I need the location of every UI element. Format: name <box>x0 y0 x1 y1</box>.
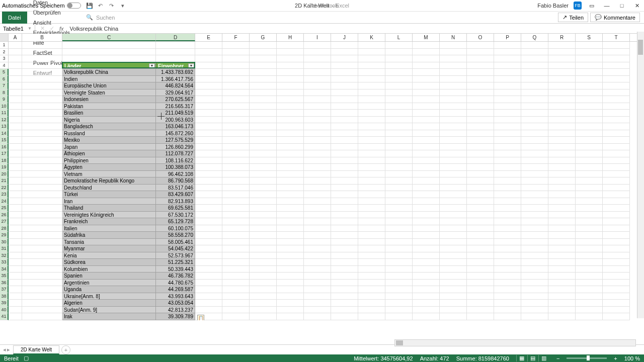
cell[interactable] <box>385 96 413 103</box>
cell[interactable] <box>222 239 250 246</box>
cell[interactable] <box>304 150 331 157</box>
cell[interactable] <box>304 218 331 225</box>
cell[interactable] <box>22 185 62 192</box>
cell[interactable] <box>548 245 576 252</box>
cell[interactable] <box>22 198 62 205</box>
cell[interactable] <box>576 252 603 259</box>
cell[interactable] <box>304 103 331 110</box>
cell[interactable] <box>304 286 331 293</box>
cell[interactable] <box>358 42 385 49</box>
row-header[interactable]: 30 <box>0 239 9 246</box>
cancel-formula-icon[interactable]: ✕ <box>40 25 45 32</box>
cell[interactable] <box>358 123 385 130</box>
row-header[interactable]: 33 <box>0 259 9 266</box>
table-cell-population[interactable]: 126.860.299 <box>156 144 195 151</box>
cell[interactable] <box>195 150 222 157</box>
cell[interactable] <box>521 266 548 273</box>
cell[interactable] <box>304 137 331 144</box>
table-cell-country[interactable]: Uganda <box>62 286 156 293</box>
row-header[interactable]: 41 <box>0 313 9 320</box>
cell[interactable] <box>304 177 331 185</box>
cell[interactable] <box>413 232 440 239</box>
cell[interactable] <box>494 171 521 178</box>
cell[interactable] <box>304 49 331 56</box>
cell[interactable] <box>222 191 250 198</box>
cell[interactable] <box>576 137 603 144</box>
cell[interactable] <box>358 110 385 117</box>
cell[interactable] <box>195 293 222 300</box>
cell[interactable] <box>358 198 385 205</box>
cell[interactable] <box>358 239 385 246</box>
cell[interactable] <box>385 191 413 198</box>
cell[interactable] <box>22 123 62 130</box>
cell[interactable] <box>548 300 576 307</box>
cell[interactable] <box>548 273 576 280</box>
cell[interactable] <box>277 62 304 69</box>
row-header[interactable]: 23 <box>0 191 9 198</box>
cell[interactable] <box>521 130 548 137</box>
cell[interactable] <box>494 266 521 273</box>
cell[interactable] <box>467 157 494 164</box>
cell[interactable] <box>603 307 630 314</box>
cell[interactable] <box>467 307 494 314</box>
cell[interactable] <box>494 130 521 137</box>
cell[interactable] <box>603 218 630 225</box>
cell[interactable] <box>358 259 385 266</box>
column-header[interactable]: O <box>467 34 494 41</box>
cell[interactable] <box>222 49 250 56</box>
cell[interactable] <box>277 239 304 246</box>
cell[interactable] <box>9 232 22 239</box>
cell[interactable] <box>277 55 304 62</box>
cell[interactable] <box>250 76 277 83</box>
cell[interactable] <box>156 55 195 62</box>
cell[interactable] <box>22 144 62 151</box>
column-header[interactable]: A <box>9 34 22 41</box>
cell[interactable] <box>467 123 494 130</box>
table-cell-population[interactable]: 127.575.529 <box>156 137 195 144</box>
cell[interactable] <box>358 191 385 198</box>
cell[interactable] <box>250 103 277 110</box>
cell[interactable] <box>331 69 358 76</box>
table-cell-population[interactable]: 216.565.317 <box>156 103 195 110</box>
cell[interactable] <box>385 110 413 117</box>
cell[interactable] <box>521 150 548 157</box>
cell[interactable] <box>467 171 494 178</box>
cell[interactable] <box>22 252 62 259</box>
table-cell-population[interactable]: 1.433.783.692 <box>156 69 195 76</box>
cell[interactable] <box>304 293 331 300</box>
cell[interactable] <box>304 76 331 83</box>
table-cell-country[interactable]: Vereinigte Staaten <box>62 89 156 97</box>
cell[interactable] <box>413 259 440 266</box>
cell[interactable] <box>413 130 440 137</box>
cell[interactable] <box>9 225 22 232</box>
cell[interactable] <box>22 225 62 232</box>
cell[interactable] <box>222 320 250 321</box>
cell[interactable] <box>494 205 521 212</box>
cell[interactable] <box>358 157 385 164</box>
cell[interactable] <box>494 69 521 76</box>
cell[interactable] <box>521 82 548 89</box>
cell[interactable] <box>304 232 331 239</box>
cell[interactable] <box>22 239 62 246</box>
cell[interactable] <box>548 144 576 151</box>
cell[interactable] <box>222 280 250 287</box>
cell[interactable] <box>222 103 250 110</box>
cell[interactable] <box>521 185 548 192</box>
table-cell-country[interactable]: Spanien <box>62 273 156 280</box>
cell[interactable] <box>195 82 222 89</box>
table-cell-population[interactable]: 52.573.967 <box>156 252 195 259</box>
cell[interactable] <box>331 103 358 110</box>
cell[interactable] <box>22 259 62 266</box>
user-avatar[interactable]: FB <box>574 2 582 10</box>
cell[interactable] <box>603 239 630 246</box>
cell[interactable] <box>521 286 548 293</box>
cell[interactable] <box>385 150 413 157</box>
table-cell-country[interactable]: Italien <box>62 225 156 232</box>
cell[interactable] <box>467 55 494 62</box>
table-cell-country[interactable]: Philippinen <box>62 157 156 164</box>
cell[interactable] <box>22 164 62 171</box>
cell[interactable] <box>576 144 603 151</box>
cell[interactable] <box>195 89 222 97</box>
column-header[interactable]: S <box>576 34 603 41</box>
cell[interactable] <box>467 49 494 56</box>
